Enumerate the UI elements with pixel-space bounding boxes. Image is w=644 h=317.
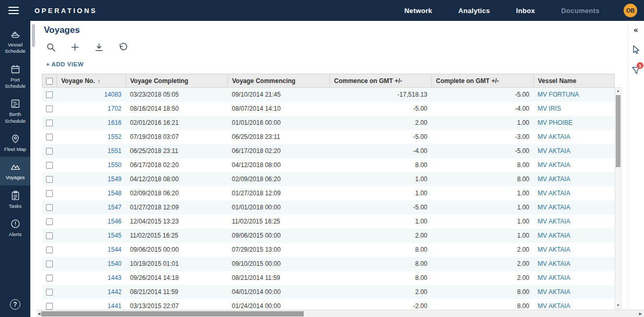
commence-gmt-cell: 1.00 bbox=[330, 172, 432, 186]
voyage-number-link[interactable]: 1552 bbox=[108, 133, 122, 140]
table-row[interactable]: 1545 11/02/2015 16:25 09/06/2015 00:00 2… bbox=[42, 229, 615, 243]
voyage-number-link[interactable]: 1540 bbox=[108, 260, 122, 267]
row-checkbox[interactable] bbox=[46, 148, 53, 155]
hamburger-menu-icon[interactable] bbox=[8, 7, 19, 14]
nav-item-analytics[interactable]: Analytics bbox=[458, 7, 490, 15]
voyage-number-link[interactable]: 1443 bbox=[108, 274, 122, 281]
voyage-commencing-cell: 06/25/2018 23:11 bbox=[228, 130, 330, 144]
table-row[interactable]: 1551 06/25/2018 23:11 06/17/2018 02:20 -… bbox=[42, 144, 615, 158]
table-row[interactable]: 1547 01/27/2018 12:09 01/01/2018 00:00 -… bbox=[42, 201, 615, 215]
scroll-down-icon[interactable]: ▼ bbox=[615, 303, 621, 308]
table-row[interactable]: 1550 06/17/2018 02:20 04/12/2018 08:00 8… bbox=[42, 158, 615, 172]
sidebar-item-tasks[interactable]: Tasks bbox=[0, 185, 30, 214]
row-checkbox[interactable] bbox=[46, 91, 53, 98]
sidebar-item-label: Fleet Map bbox=[4, 146, 26, 152]
undo-icon[interactable] bbox=[118, 42, 128, 52]
select-all-header[interactable] bbox=[42, 74, 57, 88]
voyage-number-link[interactable]: 1702 bbox=[108, 105, 122, 112]
table-row[interactable]: 1442 08/21/2014 11:59 04/01/2014 00:00 2… bbox=[42, 285, 615, 299]
sidebar-item-berth-schedule[interactable]: Berth Schedule bbox=[0, 93, 30, 128]
table-row[interactable]: 1616 02/01/2016 16:21 01/01/2016 00:00 2… bbox=[42, 116, 615, 130]
vertical-scrollbar-thumb[interactable] bbox=[616, 95, 620, 167]
voyage-number-link[interactable]: 1544 bbox=[108, 246, 122, 253]
row-checkbox[interactable] bbox=[46, 162, 53, 169]
column-voyage-completing[interactable]: Voyage Completing bbox=[126, 74, 228, 88]
sidebar-item-fleet-map[interactable]: Fleet Map bbox=[0, 128, 30, 157]
nav-item-network[interactable]: Network bbox=[404, 7, 432, 15]
voyage-number-link[interactable]: 1441 bbox=[108, 302, 122, 310]
voyage-number-link[interactable]: 1546 bbox=[108, 218, 122, 225]
voyage-number-link[interactable]: 1545 bbox=[108, 232, 122, 239]
row-checkbox[interactable] bbox=[46, 261, 53, 267]
pointer-tool[interactable] bbox=[628, 44, 644, 55]
row-checkbox[interactable] bbox=[46, 176, 53, 183]
table-row[interactable]: 14083 03/23/2018 05:05 09/10/2014 21:45 … bbox=[42, 88, 615, 102]
scroll-left-icon[interactable]: ◀ bbox=[38, 310, 40, 317]
column-complete-gmt[interactable]: Complete on GMT +/- bbox=[432, 74, 534, 88]
voyage-number-link[interactable]: 1616 bbox=[108, 119, 122, 126]
sidebar-item-vessel-schedule[interactable]: Vessel Schedule bbox=[0, 24, 30, 59]
voyage-number-link[interactable]: 1548 bbox=[108, 190, 122, 197]
table-row[interactable]: 1441 03/13/2015 22:07 01/24/2014 00:00 -… bbox=[42, 299, 615, 310]
filter-tool[interactable]: 1 bbox=[628, 65, 644, 76]
horizontal-scrollbar-thumb[interactable] bbox=[41, 311, 304, 316]
column-vessel-name[interactable]: Vessel Name bbox=[534, 74, 615, 88]
row-checkbox[interactable] bbox=[46, 232, 53, 239]
row-checkbox[interactable] bbox=[46, 190, 53, 197]
row-checkbox[interactable] bbox=[46, 303, 53, 310]
sidebar-item-label: Port Schedule bbox=[1, 77, 29, 90]
nav-item-inbox[interactable]: Inbox bbox=[516, 7, 535, 15]
row-checkbox[interactable] bbox=[46, 289, 53, 296]
add-icon[interactable] bbox=[70, 42, 80, 52]
navbar-links: Network Analytics Inbox Documents bbox=[404, 7, 600, 15]
table-row[interactable]: 1548 02/09/2018 06:20 01/27/2018 12:09 1… bbox=[42, 186, 615, 201]
complete-gmt-cell: 1.00 bbox=[432, 116, 534, 130]
user-avatar[interactable]: OB bbox=[624, 4, 637, 17]
collapse-panel-icon[interactable]: « bbox=[628, 25, 644, 34]
table-row[interactable]: 1552 07/19/2018 03:07 06/25/2018 23:11 -… bbox=[42, 130, 615, 144]
row-checkbox[interactable] bbox=[46, 246, 53, 253]
horizontal-scrollbar[interactable]: ◀ ▶ bbox=[37, 310, 644, 317]
row-checkbox[interactable] bbox=[46, 134, 53, 140]
voyage-number-link[interactable]: 1550 bbox=[108, 161, 122, 169]
table-row[interactable]: 1702 08/16/2014 18:50 08/07/2014 14:10 -… bbox=[42, 102, 615, 116]
voyage-number-link[interactable]: 1549 bbox=[108, 175, 122, 183]
row-checkbox[interactable] bbox=[46, 105, 53, 112]
column-voyage-no[interactable]: Voyage No.↑ bbox=[57, 74, 126, 88]
sidebar-scrollbar-thumb[interactable] bbox=[32, 24, 35, 47]
sidebar-item-voyages[interactable]: Voyages bbox=[0, 157, 30, 185]
table-row[interactable]: 1540 10/19/2015 01:01 09/10/2015 00:00 8… bbox=[42, 257, 615, 271]
add-view-button[interactable]: + ADD VIEW bbox=[46, 61, 84, 67]
column-commence-gmt[interactable]: Commence on GMT +/- bbox=[330, 74, 432, 88]
row-checkbox[interactable] bbox=[46, 218, 53, 225]
voyage-number-link[interactable]: 1442 bbox=[108, 288, 122, 296]
voyage-number-link[interactable]: 1551 bbox=[108, 147, 122, 155]
row-checkbox[interactable] bbox=[46, 120, 53, 126]
column-voyage-commencing[interactable]: Voyage Commencing bbox=[228, 74, 330, 88]
table-row[interactable]: 1546 12/04/2015 13:23 11/02/2015 16:25 1… bbox=[42, 215, 615, 229]
help-icon[interactable]: ? bbox=[10, 299, 20, 310]
voyage-number-link[interactable]: 14083 bbox=[104, 91, 121, 98]
select-all-checkbox[interactable] bbox=[46, 78, 53, 85]
table-row[interactable]: 1549 04/12/2018 08:00 02/09/2018 06:20 1… bbox=[42, 172, 615, 186]
top-navbar: OPERATIONS Network Analytics Inbox Docum… bbox=[0, 0, 644, 21]
search-icon[interactable] bbox=[46, 42, 56, 52]
voyage-commencing-cell: 09/10/2014 21:45 bbox=[228, 88, 330, 102]
row-checkbox[interactable] bbox=[46, 275, 53, 281]
voyage-number-link[interactable]: 1547 bbox=[108, 204, 122, 211]
table-row[interactable]: 1544 09/06/2015 00:00 07/29/2015 13:00 8… bbox=[42, 243, 615, 257]
row-checkbox-cell bbox=[42, 88, 57, 102]
nav-item-documents[interactable]: Documents bbox=[561, 7, 600, 15]
row-checkbox[interactable] bbox=[46, 204, 53, 211]
download-icon[interactable] bbox=[94, 42, 104, 52]
voyage-completing-cell: 07/19/2018 03:07 bbox=[126, 130, 228, 144]
vessel-name-cell: MV AKTAIA bbox=[534, 229, 615, 243]
scroll-right-icon[interactable]: ▶ bbox=[639, 310, 642, 317]
sidebar-item-port-schedule[interactable]: Port Schedule bbox=[0, 59, 30, 94]
scroll-up-icon[interactable]: ▲ bbox=[615, 88, 621, 93]
table-row[interactable]: 1443 09/26/2014 14:18 08/21/2014 11:59 8… bbox=[42, 271, 615, 285]
table-vertical-scrollbar[interactable]: ▲ ▼ bbox=[615, 87, 622, 309]
complete-gmt-cell: 8.00 bbox=[432, 158, 534, 172]
sidebar-item-alerts[interactable]: Alerts bbox=[0, 214, 30, 242]
vessel-name-cell: MV AKTAIA bbox=[534, 130, 615, 144]
